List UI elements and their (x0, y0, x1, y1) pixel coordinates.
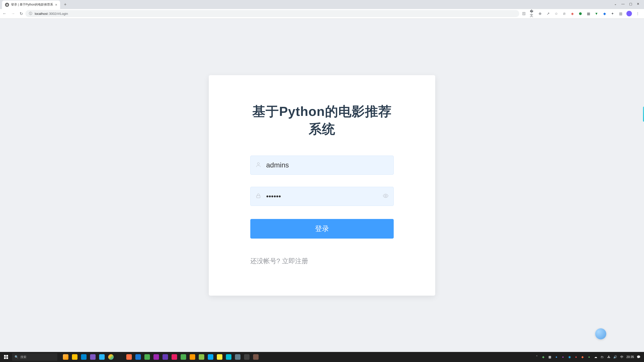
ext-adblock-icon[interactable]: ◈ (570, 11, 575, 16)
toolbar-icons: ⚿ �文 ⊕ ↗ ☆ ⎚ ◈ ⬢ ▦ ▼ ◆ ✦ ▥ ⋮ (522, 11, 641, 16)
login-title: 基于Python的电影推荐系统 (250, 103, 394, 138)
window-minimize-icon[interactable]: — (621, 2, 625, 6)
url-path: :3002/#/Login (48, 12, 68, 16)
taskbar-app[interactable] (206, 352, 215, 362)
tray-icon[interactable]: 🗀 (600, 355, 604, 359)
sidepanel-icon[interactable]: ▥ (618, 11, 623, 16)
taskbar-app[interactable] (89, 352, 97, 362)
taskbar-app[interactable] (179, 352, 188, 362)
password-field-wrap (250, 187, 394, 206)
profile-avatar-icon[interactable] (626, 11, 632, 16)
floating-assistant-icon[interactable] (595, 328, 606, 339)
taskbar-app[interactable] (243, 352, 251, 362)
browser-tab-active[interactable]: ◉ 登录 | 基于Python的电影推荐系 × (2, 1, 60, 9)
taskbar-app[interactable] (252, 352, 260, 362)
page-body: 基于Python的电影推荐系统 登录 还没帐号? 立即注册 (0, 19, 644, 352)
password-input[interactable] (250, 187, 394, 206)
taskbar-app[interactable] (79, 352, 88, 362)
login-card: 基于Python的电影推荐系统 登录 还没帐号? 立即注册 (209, 75, 435, 296)
register-link[interactable]: 立即注册 (282, 257, 308, 265)
register-row: 还没帐号? 立即注册 (250, 257, 394, 265)
taskbar-app[interactable] (152, 352, 160, 362)
tray-icon[interactable]: ● (561, 355, 565, 359)
tray-clock[interactable]: 20:35 (626, 355, 634, 359)
ext-blue-icon[interactable]: ◆ (602, 11, 607, 16)
svg-rect-4 (6, 355, 8, 357)
tab-bar: ◉ 登录 | 基于Python的电影推荐系 × + ⌄ — ▢ ✕ (0, 0, 644, 9)
share-icon[interactable]: ↗ (546, 11, 550, 16)
ext-vue-icon[interactable]: ▼ (594, 11, 599, 16)
edge-hint-icon[interactable] (643, 107, 644, 122)
tray-icon[interactable]: ▦ (548, 355, 552, 359)
tray-network-icon[interactable]: 🖧 (607, 355, 611, 359)
system-tray: ˄ ◆ ▦ ● ● ◉ ● ◆ ● ☁ 🗀 🖧 🔊 中 20:35 💬 (531, 355, 644, 359)
taskbar-app[interactable] (116, 352, 124, 362)
taskbar-app[interactable] (233, 352, 242, 362)
taskbar-app[interactable] (170, 352, 179, 362)
tray-icon[interactable]: ◆ (541, 355, 545, 359)
taskbar-app[interactable] (70, 352, 79, 362)
new-tab-button[interactable]: + (62, 1, 69, 8)
svg-rect-5 (4, 357, 6, 359)
window-close-icon[interactable]: ✕ (637, 2, 639, 6)
tray-chevron-icon[interactable]: ˄ (535, 355, 539, 359)
start-button[interactable] (0, 352, 12, 362)
tray-icon[interactable]: ◆ (581, 355, 585, 359)
username-input[interactable] (250, 156, 394, 175)
password-key-icon[interactable]: ⚿ (522, 11, 526, 16)
nav-reload-icon[interactable]: ↻ (20, 11, 23, 16)
tab-close-icon[interactable]: × (55, 3, 57, 7)
taskbar-search[interactable]: 🔍 搜索 (12, 353, 57, 361)
taskbar-app[interactable] (107, 352, 115, 362)
tray-icon[interactable]: ● (587, 355, 591, 359)
tab-favicon-icon: ◉ (5, 3, 9, 7)
address-row: ← → ↻ ⓘ localhost:3002/#/Login ⚿ �文 ⊕ ↗ … (0, 9, 644, 18)
tray-volume-icon[interactable]: 🔊 (613, 355, 617, 359)
taskbar-app[interactable] (197, 352, 206, 362)
taskbar-app[interactable] (125, 352, 133, 362)
eye-icon[interactable] (383, 193, 389, 200)
taskbar-app[interactable] (143, 352, 151, 362)
search-placeholder: 搜索 (20, 355, 26, 359)
tray-icon[interactable]: ● (574, 355, 578, 359)
taskbar-app[interactable] (61, 352, 70, 362)
search-icon: 🔍 (15, 355, 18, 359)
tray-icon[interactable]: ◉ (568, 355, 572, 359)
svg-rect-1 (257, 196, 260, 198)
taskbar-app[interactable] (98, 352, 106, 362)
svg-point-2 (385, 195, 386, 197)
taskbar-app[interactable] (215, 352, 224, 362)
window-controls: ⌄ — ▢ ✕ (610, 0, 644, 8)
translate-icon[interactable]: �文 (530, 11, 534, 16)
nav-back-icon[interactable]: ← (3, 11, 7, 16)
taskbar-app[interactable] (161, 352, 170, 362)
menu-icon[interactable]: ⋮ (635, 11, 640, 16)
svg-point-0 (257, 163, 259, 165)
svg-rect-3 (4, 355, 6, 357)
nav-icons: ← → ↻ (3, 11, 23, 16)
taskbar-app[interactable] (134, 352, 142, 362)
tray-notification-icon[interactable]: 💬 (636, 355, 640, 359)
site-info-icon[interactable]: ⓘ (29, 11, 32, 16)
login-button[interactable]: 登录 (250, 219, 394, 239)
window-dropdown-icon[interactable]: ⌄ (614, 2, 617, 6)
user-icon (255, 162, 261, 169)
address-bar[interactable]: ⓘ localhost:3002/#/Login (25, 10, 519, 17)
nav-forward-icon[interactable]: → (11, 11, 15, 16)
extensions-icon[interactable]: ✦ (610, 11, 615, 16)
camera-icon[interactable]: ⎚ (562, 11, 567, 16)
zoom-icon[interactable]: ⊕ (538, 11, 542, 16)
tab-title: 登录 | 基于Python的电影推荐系 (11, 3, 53, 7)
tray-icon[interactable]: ☁ (594, 355, 598, 359)
ext-gray-icon[interactable]: ▦ (586, 11, 591, 16)
taskbar-app[interactable] (188, 352, 197, 362)
lock-icon (255, 193, 261, 200)
star-icon[interactable]: ☆ (554, 11, 558, 16)
window-maximize-icon[interactable]: ▢ (629, 2, 632, 6)
tray-icon[interactable]: ● (554, 355, 558, 359)
ext-green-icon[interactable]: ⬢ (578, 11, 583, 16)
tray-ime-icon[interactable]: 中 (620, 355, 624, 359)
taskbar-apps (61, 352, 260, 362)
register-prompt: 还没帐号? (250, 257, 282, 265)
taskbar-app[interactable] (224, 352, 233, 362)
